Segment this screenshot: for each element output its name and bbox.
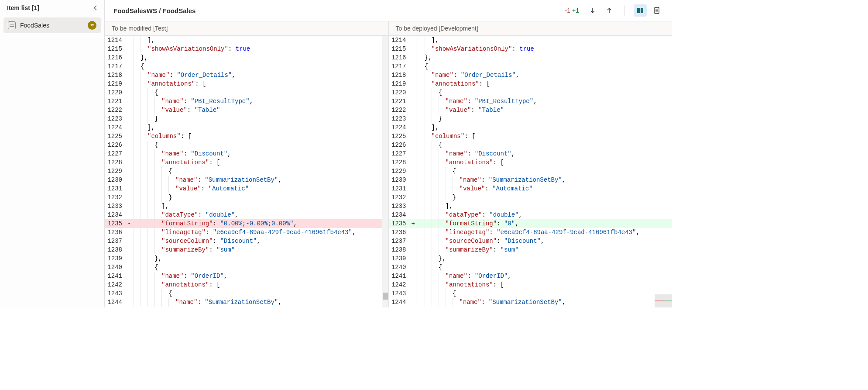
line-number: 1243 xyxy=(389,289,412,298)
line-number: 1228 xyxy=(105,158,127,167)
left-pane[interactable]: 1214],1215"showAsVariationsOnly": true12… xyxy=(105,36,389,307)
code-line[interactable]: 1240{ xyxy=(389,263,672,272)
diff-marker xyxy=(412,263,417,272)
code-line[interactable]: 1219"annotations": [ xyxy=(105,79,388,88)
diff-marker xyxy=(127,132,133,141)
left-scrollbar[interactable] xyxy=(382,36,388,307)
code-line[interactable]: 1240{ xyxy=(105,263,388,272)
code-line[interactable]: 1215"showAsVariationsOnly": true xyxy=(105,45,388,53)
code-line[interactable]: 1231"value": "Automatic" xyxy=(389,184,672,193)
code-line[interactable]: 1241"name": "OrderID", xyxy=(105,272,388,280)
code-line[interactable]: 1230"name": "SummarizationSetBy", xyxy=(389,176,672,184)
sidebar-title: Item list [1] xyxy=(7,4,39,11)
code-line[interactable]: 1225"columns": [ xyxy=(105,132,388,141)
code-line[interactable]: 1223} xyxy=(105,114,388,123)
code-line[interactable]: 1226{ xyxy=(105,141,388,149)
code-content: "lineageTag": "e6ca9cf4-89aa-429f-9cad-4… xyxy=(417,228,672,237)
diff-marker xyxy=(412,106,417,114)
code-content: "name": "Order_Details", xyxy=(417,71,672,79)
code-line[interactable]: 1217{ xyxy=(105,62,388,71)
code-content: ], xyxy=(133,202,388,211)
inline-view-button[interactable] xyxy=(650,4,663,17)
code-line[interactable]: 1238"summarizeBy": "sum" xyxy=(105,245,388,254)
code-line[interactable]: 1242"annotations": [ xyxy=(105,280,388,289)
code-content: { xyxy=(133,289,388,298)
code-line[interactable]: 1218"name": "Order_Details", xyxy=(389,71,672,79)
code-line[interactable]: 1242"annotations": [ xyxy=(389,280,672,289)
code-line[interactable]: 1221"name": "PBI_ResultType", xyxy=(389,97,672,106)
code-line[interactable]: 1228"annotations": [ xyxy=(105,158,388,167)
code-content: "name": "SummarizationSetBy", xyxy=(417,176,672,184)
next-diff-button[interactable] xyxy=(586,4,599,17)
code-line[interactable]: 1244"name": "SummarizationSetBy", xyxy=(389,298,672,307)
left-scroll-thumb[interactable] xyxy=(383,293,388,300)
code-line[interactable]: 1239}, xyxy=(105,254,388,263)
code-line[interactable]: 1232} xyxy=(105,193,388,202)
code-line[interactable]: 1237"sourceColumn": "Discount", xyxy=(389,237,672,245)
code-line[interactable]: 1227"name": "Discount", xyxy=(389,149,672,158)
code-content: }, xyxy=(417,254,672,263)
code-line[interactable]: 1221"name": "PBI_ResultType", xyxy=(105,97,388,106)
code-line[interactable]: 1233], xyxy=(389,202,672,211)
code-line[interactable]: 1225"columns": [ xyxy=(389,132,672,141)
removed-count: -1 xyxy=(565,7,570,14)
code-line[interactable]: 1222"value": "Table" xyxy=(105,106,388,114)
side-by-side-view-button[interactable] xyxy=(634,4,647,17)
line-number: 1243 xyxy=(105,289,127,298)
code-line[interactable]: 1223} xyxy=(389,114,672,123)
code-line[interactable]: 1243{ xyxy=(105,289,388,298)
code-line[interactable]: 1227"name": "Discount", xyxy=(105,149,388,158)
code-line[interactable]: 1243{ xyxy=(389,289,672,298)
line-number: 1240 xyxy=(105,263,127,272)
code-line[interactable]: 1222"value": "Table" xyxy=(389,106,672,114)
code-line[interactable]: 1224], xyxy=(389,123,672,132)
code-line[interactable]: 1220{ xyxy=(105,88,388,97)
code-line[interactable]: 1229{ xyxy=(105,167,388,176)
code-line[interactable]: 1236"lineageTag": "e6ca9cf4-89aa-429f-9c… xyxy=(389,228,672,237)
overview-ruler[interactable] xyxy=(655,294,672,307)
code-line[interactable]: 1231"value": "Automatic" xyxy=(105,184,388,193)
code-content: "showAsVariationsOnly": true xyxy=(133,45,388,53)
code-content: "lineageTag": "e6ca9cf4-89aa-429f-9cad-4… xyxy=(133,228,388,237)
line-number: 1238 xyxy=(105,245,127,254)
code-line[interactable]: 1216}, xyxy=(389,53,672,62)
code-line[interactable]: 1233], xyxy=(105,202,388,211)
code-line[interactable]: 1241"name": "OrderID", xyxy=(389,272,672,280)
code-line[interactable]: 1234"dataType": "double", xyxy=(389,211,672,219)
code-line[interactable]: 1215"showAsVariationsOnly": true xyxy=(389,45,672,53)
right-pane[interactable]: 1214],1215"showAsVariationsOnly": true12… xyxy=(389,36,672,307)
code-line[interactable]: 1226{ xyxy=(389,141,672,149)
code-line[interactable]: 1228"annotations": [ xyxy=(389,158,672,167)
code-line[interactable]: 1217{ xyxy=(389,62,672,71)
diff-marker xyxy=(412,254,417,263)
code-line[interactable]: 1216}, xyxy=(105,53,388,62)
code-line[interactable]: 1244"name": "SummarizationSetBy", xyxy=(105,298,388,307)
code-line[interactable]: 1230"name": "SummarizationSetBy", xyxy=(105,176,388,184)
code-line[interactable]: 1214], xyxy=(105,36,388,45)
line-number: 1232 xyxy=(105,193,127,202)
code-line[interactable]: 1232} xyxy=(389,193,672,202)
sidebar-item-foodsales[interactable]: FoodSales xyxy=(3,17,101,33)
code-line[interactable]: 1237"sourceColumn": "Discount", xyxy=(105,237,388,245)
code-line[interactable]: 1214], xyxy=(389,36,672,45)
code-line[interactable]: 1218"name": "Order_Details", xyxy=(105,71,388,79)
code-line[interactable]: 1224], xyxy=(105,123,388,132)
code-line[interactable]: 1220{ xyxy=(389,88,672,97)
line-number: 1219 xyxy=(105,79,127,88)
code-line[interactable]: 1229{ xyxy=(389,167,672,176)
sidebar-collapse-button[interactable] xyxy=(92,4,99,11)
code-line[interactable]: 1219"annotations": [ xyxy=(389,79,672,88)
diff-marker xyxy=(127,88,133,97)
line-number: 1234 xyxy=(105,211,127,219)
code-content: "sourceColumn": "Discount", xyxy=(133,237,388,245)
code-line[interactable]: 1235+"formatString": "0", xyxy=(389,219,672,228)
code-line[interactable]: 1239}, xyxy=(389,254,672,263)
code-line[interactable]: 1234"dataType": "double", xyxy=(105,211,388,219)
prev-diff-button[interactable] xyxy=(603,4,616,17)
code-line[interactable]: 1235-"formatString": "0.00%;-0.00%;0.00%… xyxy=(105,219,388,228)
code-content: "name": "Order_Details", xyxy=(133,71,388,79)
code-content: "dataType": "double", xyxy=(417,211,672,219)
code-line[interactable]: 1238"summarizeBy": "sum" xyxy=(389,245,672,254)
code-content: { xyxy=(133,88,388,97)
code-line[interactable]: 1236"lineageTag": "e6ca9cf4-89aa-429f-9c… xyxy=(105,228,388,237)
